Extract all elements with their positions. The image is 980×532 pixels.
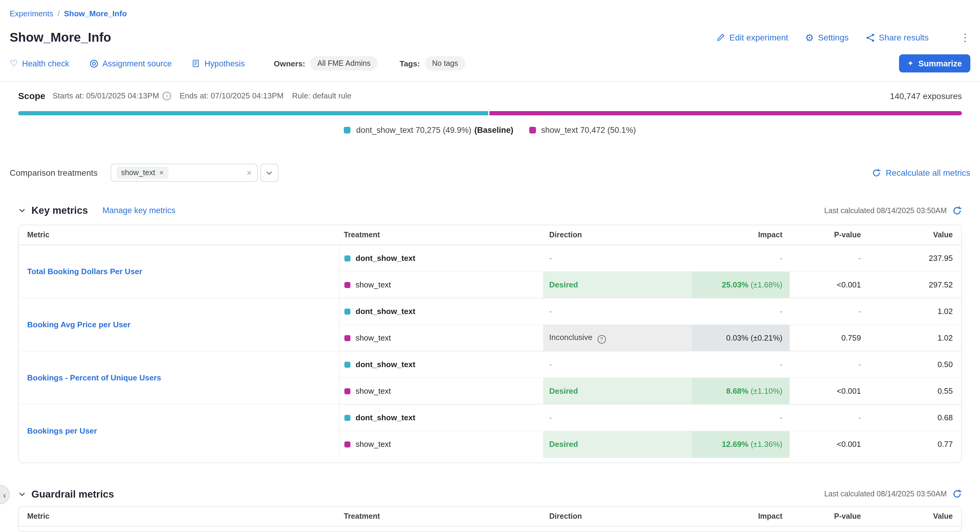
scope-row: Scope Starts at: 05/01/2025 04:13PM i En…: [18, 91, 962, 101]
impact-cell: 12.69% (±1.36%): [692, 431, 790, 457]
legend-swatch: [529, 127, 536, 133]
manage-key-metrics-link[interactable]: Manage key metrics: [102, 206, 175, 215]
treatment-name: show_text: [356, 333, 391, 342]
hypothesis-label: Hypothesis: [205, 59, 245, 68]
p-value-cell: <0.001: [790, 431, 868, 457]
edit-experiment-button[interactable]: Edit experiment: [717, 33, 789, 42]
page-title: Show_More_Info: [10, 30, 111, 45]
last-calculated-text: Last calculated 08/14/2025 03:50AM: [824, 490, 947, 498]
document-icon: [192, 59, 200, 68]
pencil-icon: [717, 33, 725, 42]
health-check-label: Health check: [22, 59, 69, 68]
column-header-impact: Impact: [692, 507, 790, 526]
impact-cell: 25.03% (±1.68%): [692, 272, 790, 298]
direction-cell: Desired: [543, 431, 692, 457]
scope-rule: Rule: default rule: [292, 91, 352, 100]
health-check-link[interactable]: ♡ Health check: [10, 58, 69, 69]
column-header-p-value: P-value: [790, 507, 868, 526]
key-metrics-header-row: MetricTreatmentDirectionImpactP-valueVal…: [19, 225, 961, 245]
refresh-guardrail-metrics-button[interactable]: [952, 489, 962, 499]
hypothesis-link[interactable]: Hypothesis: [192, 59, 245, 68]
treatment-row: Bookings per Userdont_show_text---0.68: [19, 404, 961, 431]
tags-chip[interactable]: No tags: [425, 56, 465, 71]
app-viewport: Experiments / Show_More_Info Show_More_I…: [0, 0, 980, 532]
last-calculated-text: Last calculated 08/14/2025 03:50AM: [824, 206, 947, 215]
owners-chip[interactable]: All FME Admins: [310, 56, 378, 71]
impact-cell: -: [692, 298, 790, 325]
side-panel-collapse-handle[interactable]: ‹: [0, 485, 10, 504]
direction-cell: Desired: [543, 272, 692, 298]
treatment-name: show_text: [356, 440, 391, 449]
info-icon[interactable]: i: [163, 92, 171, 100]
legend-item: dont_show_text 70,275 (49.9%)(Baseline): [344, 125, 513, 135]
treatment-swatch: [344, 415, 350, 421]
direction-label: Desired: [549, 386, 578, 395]
scope-ends-at: Ends at: 07/10/2025 04:13PM: [180, 91, 284, 100]
experiment-page: Experiments / Show_More_Info Show_More_I…: [0, 0, 980, 532]
collapse-chevron-icon[interactable]: [18, 490, 26, 498]
help-icon[interactable]: ?: [597, 335, 606, 343]
share-results-button[interactable]: Share results: [865, 33, 929, 42]
value-cell: 0.68: [868, 404, 961, 431]
key-metrics-card: MetricTreatmentDirectionImpactP-valueVal…: [18, 225, 962, 463]
direction-cell: -: [543, 351, 692, 378]
key-metrics-table: MetricTreatmentDirectionImpactP-valueVal…: [19, 225, 961, 457]
collapse-chevron-icon[interactable]: [18, 206, 26, 214]
guardrail-metrics-title: Guardrail metrics: [32, 488, 114, 500]
refresh-icon: [872, 168, 881, 177]
p-value-cell: -: [790, 298, 868, 325]
breadcrumb-current[interactable]: Show_More_Info: [64, 9, 127, 18]
tags-label: Tags:: [400, 59, 420, 68]
impact-cell: -: [692, 245, 790, 272]
selected-treatment-chip[interactable]: show_text ×: [116, 167, 169, 179]
settings-label: Settings: [818, 33, 849, 42]
direction-label: Inconclusive: [549, 332, 592, 341]
value-cell: 1.02: [868, 298, 961, 325]
direction-cell: Desired: [543, 378, 692, 404]
treatment-cell: show_text: [339, 325, 543, 351]
treatment-cell: show_text: [339, 431, 543, 457]
column-header-treatment: Treatment: [339, 507, 543, 526]
metric-link[interactable]: Bookings - Percent of Unique Users: [27, 373, 161, 382]
p-value-cell: -: [790, 351, 868, 378]
summarize-button[interactable]: ✦ Summarize: [899, 54, 970, 73]
more-options-button[interactable]: ⋮: [960, 32, 970, 43]
impact-cell: -: [692, 351, 790, 378]
impact-confidence-interval: (±1.68%): [748, 280, 783, 289]
metric-link[interactable]: Total Booking Dollars Per User: [27, 267, 142, 276]
toolbar: ♡ Health check Assignment source Hypothe…: [10, 54, 970, 73]
column-header-value: Value: [868, 507, 961, 526]
treatment-swatch: [344, 308, 350, 314]
guardrail-metrics-card: MetricTreatmentDirectionImpactP-valueVal…: [18, 506, 962, 532]
metric-link[interactable]: Bookings per User: [27, 427, 97, 436]
p-value-cell: -: [790, 245, 868, 272]
select-dropdown-button[interactable]: [260, 164, 278, 182]
impact-cell: -: [692, 404, 790, 431]
assignment-source-link[interactable]: Assignment source: [89, 59, 172, 68]
p-value-cell: <0.001: [790, 378, 868, 404]
impact-value: 25.03%: [722, 280, 748, 289]
metric-name-cell: Bookings per User: [19, 404, 339, 457]
exposures-count: 140,747 exposures: [890, 91, 962, 100]
metric-link[interactable]: Booking Avg Price per User: [27, 320, 130, 329]
recalculate-all-metrics-button[interactable]: Recalculate all metrics: [872, 168, 970, 178]
direction-label: Desired: [549, 280, 578, 289]
direction-cell: Inconclusive?: [543, 325, 692, 351]
column-header-p-value: P-value: [790, 225, 868, 245]
treatment-swatch: [344, 388, 350, 394]
comparison-treatments-select[interactable]: show_text × ×: [110, 164, 258, 182]
refresh-key-metrics-button[interactable]: [952, 206, 962, 215]
treatment-swatch: [344, 256, 350, 262]
share-results-label: Share results: [879, 33, 929, 42]
settings-button[interactable]: ⚙ Settings: [805, 32, 849, 43]
treatment-name: show_text: [356, 280, 391, 289]
value-cell: 0.55: [868, 378, 961, 404]
breadcrumb-experiments[interactable]: Experiments: [10, 9, 54, 18]
value-cell: 237.95: [868, 245, 961, 272]
value-cell: 0.77: [868, 431, 961, 457]
select-clear-icon[interactable]: ×: [247, 168, 251, 177]
chip-remove-icon[interactable]: ×: [159, 169, 164, 176]
split-bar-segment-dont_show_text: [18, 111, 488, 115]
scope-starts-at: Starts at: 05/01/2025 04:13PM i: [52, 91, 171, 100]
treatment-cell: show_text: [339, 272, 543, 298]
